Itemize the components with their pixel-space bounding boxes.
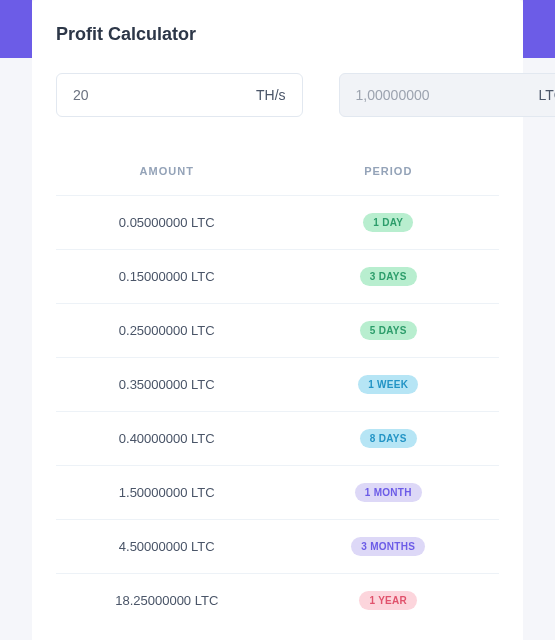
header-amount: AMOUNT — [56, 165, 278, 177]
amount-cell: 1.50000000 LTC — [56, 485, 278, 500]
hashrate-suffix: TH/s — [256, 87, 286, 103]
period-badge: 8 DAYS — [360, 429, 417, 448]
hashrate-input-group: TH/s — [56, 73, 303, 117]
table-row: 0.40000000 LTC8 DAYS — [56, 411, 499, 465]
amount-input[interactable] — [356, 87, 531, 103]
table-row: 0.05000000 LTC1 DAY — [56, 195, 499, 249]
amount-cell: 0.40000000 LTC — [56, 431, 278, 446]
period-badge: 1 DAY — [363, 213, 413, 232]
period-badge: 1 WEEK — [358, 375, 418, 394]
table-row: 0.35000000 LTC1 WEEK — [56, 357, 499, 411]
period-cell: 3 MONTHS — [278, 537, 500, 556]
amount-cell: 0.05000000 LTC — [56, 215, 278, 230]
period-cell: 3 DAYS — [278, 267, 500, 286]
header-period: PERIOD — [278, 165, 500, 177]
period-badge: 5 DAYS — [360, 321, 417, 340]
table-body: 0.05000000 LTC1 DAY0.15000000 LTC3 DAYS0… — [56, 195, 499, 627]
period-badge: 1 YEAR — [359, 591, 417, 610]
amount-cell: 0.15000000 LTC — [56, 269, 278, 284]
period-cell: 1 MONTH — [278, 483, 500, 502]
period-badge: 3 DAYS — [360, 267, 417, 286]
table-row: 0.15000000 LTC3 DAYS — [56, 249, 499, 303]
period-cell: 1 WEEK — [278, 375, 500, 394]
calculator-card: Profit Calculator TH/s LTC AMOUNT PERIOD… — [32, 0, 523, 640]
table-row: 0.25000000 LTC5 DAYS — [56, 303, 499, 357]
period-cell: 1 YEAR — [278, 591, 500, 610]
amount-suffix: LTC — [539, 87, 555, 103]
table-row: 18.25000000 LTC1 YEAR — [56, 573, 499, 627]
amount-input-group: LTC — [339, 73, 555, 117]
hashrate-input[interactable] — [73, 87, 248, 103]
table-header: AMOUNT PERIOD — [56, 153, 499, 195]
page-title: Profit Calculator — [56, 24, 499, 45]
period-cell: 5 DAYS — [278, 321, 500, 340]
period-cell: 8 DAYS — [278, 429, 500, 448]
period-badge: 3 MONTHS — [351, 537, 425, 556]
results-table: AMOUNT PERIOD 0.05000000 LTC1 DAY0.15000… — [56, 153, 499, 627]
amount-cell: 0.25000000 LTC — [56, 323, 278, 338]
amount-cell: 0.35000000 LTC — [56, 377, 278, 392]
period-badge: 1 MONTH — [355, 483, 422, 502]
period-cell: 1 DAY — [278, 213, 500, 232]
amount-cell: 18.25000000 LTC — [56, 593, 278, 608]
table-row: 1.50000000 LTC1 MONTH — [56, 465, 499, 519]
amount-cell: 4.50000000 LTC — [56, 539, 278, 554]
inputs-row: TH/s LTC — [56, 73, 499, 117]
table-row: 4.50000000 LTC3 MONTHS — [56, 519, 499, 573]
main-container: Profit Calculator TH/s LTC AMOUNT PERIOD… — [0, 0, 555, 640]
